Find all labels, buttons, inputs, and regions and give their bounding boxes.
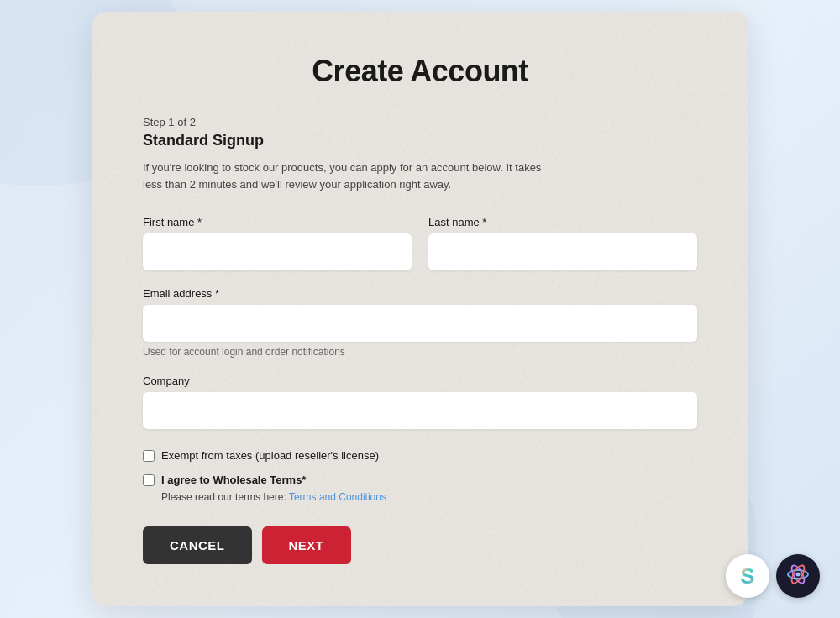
corner-icons: S: [726, 554, 820, 598]
step-indicator: Step 1 of 2: [143, 116, 697, 128]
atom-symbol: [786, 563, 810, 590]
last-name-label: Last name *: [428, 216, 697, 228]
terms-label[interactable]: I agree to Wholesale Terms*: [161, 474, 306, 486]
email-label: Email address *: [143, 287, 697, 300]
terms-link[interactable]: Terms and Conditions: [289, 491, 386, 503]
page-title: Create Account: [143, 54, 697, 89]
first-name-label: First name *: [143, 216, 412, 228]
terms-checkbox-group: I agree to Wholesale Terms*: [143, 474, 697, 486]
exempt-label[interactable]: Exempt from taxes (upload reseller's lic…: [161, 449, 379, 462]
step-name: Standard Signup: [143, 132, 697, 149]
company-group: Company: [143, 374, 697, 429]
company-input[interactable]: [143, 392, 697, 429]
button-row: CANCEL NEXT: [143, 526, 697, 564]
first-name-group: First name *: [143, 216, 412, 270]
terms-hint-prefix: Please read our terms here:: [161, 491, 286, 503]
email-group: Email address * Used for account login a…: [143, 287, 697, 358]
email-hint: Used for account login and order notific…: [143, 346, 697, 358]
email-section: Email address * Used for account login a…: [143, 287, 697, 358]
email-input[interactable]: [143, 305, 697, 342]
next-button[interactable]: NEXT: [262, 526, 351, 564]
form-description: If you're looking to stock our products,…: [143, 160, 546, 192]
company-label: Company: [143, 374, 697, 387]
s-icon[interactable]: S: [726, 554, 769, 598]
company-section: Company: [143, 374, 697, 429]
terms-checkbox[interactable]: [143, 474, 155, 486]
x-icon[interactable]: [776, 554, 820, 598]
main-card: Create Account Step 1 of 2 Standard Sign…: [92, 12, 748, 606]
name-row: First name * Last name *: [143, 216, 697, 270]
terms-hint-text: Please read our terms here: Terms and Co…: [161, 491, 697, 503]
last-name-group: Last name *: [428, 216, 697, 270]
exempt-checkbox[interactable]: [143, 450, 155, 462]
last-name-input[interactable]: [428, 233, 697, 270]
cancel-button[interactable]: CANCEL: [143, 526, 252, 564]
svg-point-3: [796, 572, 801, 576]
exempt-checkbox-group: Exempt from taxes (upload reseller's lic…: [143, 449, 697, 462]
first-name-input[interactable]: [143, 233, 412, 270]
s-letter: S: [740, 563, 754, 589]
